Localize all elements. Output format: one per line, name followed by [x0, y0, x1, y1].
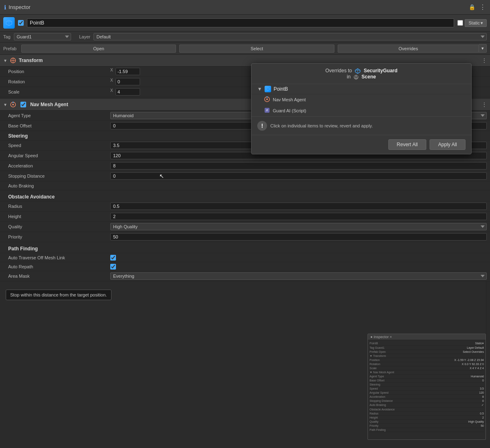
object-icon — [3, 17, 15, 29]
overrides-info-row: ! Click on individual items to review, r… — [252, 116, 471, 135]
overrides-pointb-item[interactable]: ▼ PointB — [252, 84, 471, 94]
base-offset-label: Base Offset — [8, 123, 110, 128]
transform-chevron: ▼ — [3, 58, 7, 63]
tag-dropdown[interactable]: Guard1 — [14, 33, 71, 40]
cube-icon — [5, 19, 13, 27]
overrides-popup-header: Overrides to SecurityGuard in Scene — [252, 64, 471, 84]
title-bar: ℹ Inspector 🔒 ⋮ — [0, 0, 490, 15]
revert-all-button[interactable]: Revert All — [388, 139, 426, 150]
object-enabled-checkbox[interactable] — [18, 20, 24, 26]
navmesh-chevron: ▼ — [3, 103, 7, 107]
agent-type-label: Agent Type — [8, 113, 110, 118]
radius-row: Radius — [0, 201, 490, 212]
title-bar-right: 🔒 ⋮ — [469, 3, 486, 11]
position-x-input[interactable] — [116, 68, 140, 75]
priority-label: Priority — [8, 234, 110, 239]
area-mask-row: Area Mask Everything — [0, 271, 490, 281]
transform-icon — [10, 57, 16, 64]
svg-marker-13 — [266, 87, 270, 91]
overrides-button[interactable]: Overrides — [338, 45, 479, 53]
mini-title: ● Inspector × — [368, 334, 486, 340]
quality-row: Quality High Quality — [0, 222, 490, 232]
scale-x-input[interactable] — [116, 88, 140, 96]
svg-point-15 — [266, 98, 268, 100]
auto-repath-checkbox[interactable] — [110, 264, 116, 270]
priority-row: Priority — [0, 232, 490, 242]
overrides-pointb-icon — [265, 86, 271, 92]
rotation-x-label: X — [110, 78, 113, 85]
radius-label: Radius — [8, 204, 110, 209]
scale-label: Scale — [8, 89, 110, 94]
overrides-script-item[interactable]: # Guard AI (Script) — [252, 105, 471, 116]
overrides-scene-icon — [354, 74, 360, 80]
object-header: PointB Static ▾ — [0, 15, 490, 31]
overrides-script-label: Guard AI (Script) — [273, 108, 306, 113]
overrides-popup: Overrides to SecurityGuard in Scene ▼ P — [251, 63, 472, 154]
radius-input[interactable] — [110, 203, 487, 210]
auto-braking-label: Auto Braking — [8, 183, 110, 188]
position-label: Position — [8, 69, 110, 74]
transform-actions: ⋮ — [482, 58, 487, 63]
quality-dropdown[interactable]: High Quality — [110, 223, 487, 230]
path-finding-title: Path Finding — [8, 246, 38, 252]
overrides-target-icon — [355, 68, 362, 74]
mini-screenshot: ● Inspector × PointBStatic▾ Tag Guard1La… — [368, 334, 486, 440]
menu-icon[interactable]: ⋮ — [479, 3, 486, 11]
overrides-pointb-label: PointB — [274, 86, 288, 92]
angular-speed-label: Angular Speed — [8, 153, 110, 158]
height-row: Height — [0, 212, 490, 222]
overrides-script-icon: # — [264, 107, 270, 115]
area-mask-label: Area Mask — [8, 274, 110, 279]
auto-braking-row: Auto Braking — [0, 181, 490, 190]
overrides-pointb-expand: ▼ — [257, 86, 262, 92]
overrides-navmesh-label: Nav Mesh Agent — [273, 97, 306, 102]
height-input[interactable] — [110, 213, 487, 220]
rotation-label: Rotation — [8, 79, 110, 84]
speed-label: Speed — [8, 143, 110, 148]
tooltip: Stop within this distance from the targe… — [6, 290, 111, 300]
overrides-navmesh-item[interactable]: Nav Mesh Agent — [252, 94, 471, 105]
static-button[interactable]: Static ▾ — [465, 19, 487, 27]
info-icon: ℹ — [4, 4, 6, 11]
cursor-icon: ↖ — [159, 173, 164, 179]
path-finding-section-header: Path Finding — [0, 244, 490, 253]
overrides-target-name: SecurityGuard — [364, 68, 398, 74]
layer-dropdown[interactable]: Default — [94, 33, 487, 40]
lock-icon[interactable]: 🔒 — [469, 4, 475, 10]
info-circle-icon: ! — [257, 121, 267, 131]
apply-all-button[interactable]: Apply All — [430, 139, 466, 150]
select-button[interactable]: Select — [179, 45, 334, 53]
object-name-input[interactable]: PointB — [27, 18, 454, 27]
overrides-info-text: Click on individual items to review, rev… — [270, 123, 373, 128]
transform-menu-icon[interactable]: ⋮ — [482, 58, 487, 63]
open-button[interactable]: Open — [21, 45, 176, 53]
steering-title: Steering — [8, 133, 28, 139]
obstacle-avoidance-title: Obstacle Avoidance — [8, 194, 55, 200]
auto-traverse-checkbox[interactable] — [110, 255, 116, 261]
navmesh-title: Nav Mesh Agent — [30, 102, 68, 107]
static-checkbox[interactable] — [457, 20, 463, 26]
obstacle-avoidance-section-header: Obstacle Avoidance — [0, 192, 490, 201]
stopping-distance-label: Stopping Distance — [8, 174, 110, 178]
overrides-actions: Revert All Apply All — [252, 135, 471, 154]
quality-label: Quality — [8, 224, 110, 229]
mini-content: PointBStatic▾ Tag Guard1Layer Default Pr… — [368, 340, 486, 433]
rotation-x-input[interactable] — [116, 78, 140, 85]
svg-point-7 — [12, 104, 14, 105]
prefab-row: Prefab Open Select Overrides ▾ — [0, 42, 490, 55]
priority-input[interactable] — [110, 233, 487, 241]
area-mask-dropdown[interactable]: Everything — [110, 272, 487, 280]
transform-title: Transform — [19, 58, 43, 63]
overrides-arrow-button[interactable]: ▾ — [479, 44, 487, 53]
navmesh-enabled-checkbox[interactable] — [20, 102, 26, 107]
static-group: Static ▾ — [457, 19, 487, 27]
navmesh-icon — [10, 101, 16, 108]
stopping-distance-input[interactable] — [110, 172, 487, 180]
auto-traverse-label: Auto Traverse Off Mesh Link — [8, 255, 110, 260]
navmesh-actions: ⋮ — [482, 102, 487, 107]
overrides-group: Overrides ▾ — [338, 44, 487, 53]
acceleration-row: Acceleration — [0, 161, 490, 171]
prefab-label: Prefab — [3, 46, 20, 51]
navmesh-menu-icon[interactable]: ⋮ — [482, 102, 487, 107]
acceleration-input[interactable] — [110, 162, 487, 169]
